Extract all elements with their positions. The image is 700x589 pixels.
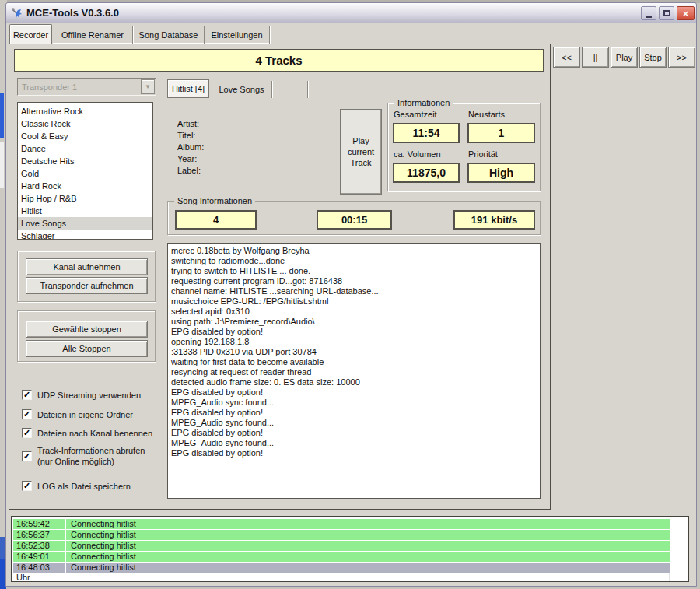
list-item[interactable]: Hip Hop / R&B <box>18 192 152 205</box>
table-row-selected[interactable]: 16:48:03 Uhr Connecting hitlist <box>13 563 688 573</box>
list-item[interactable]: Gold <box>18 167 152 180</box>
prioritaet-label: Priorität <box>468 149 498 159</box>
udp-streaming-label: UDP Streaming verwenden <box>37 391 141 400</box>
tab-label: Offline Renamer <box>61 30 124 40</box>
list-item[interactable]: Alternative Rock <box>18 105 152 117</box>
transponder-value: Transponder 1 <box>18 82 141 92</box>
chevron-down-icon: ▼ <box>141 79 155 94</box>
neustarts-value: 1 <box>467 123 535 143</box>
background-fragment <box>0 537 5 559</box>
list-item[interactable]: Dance <box>18 142 152 155</box>
status-message: Connecting hitlist <box>66 519 670 529</box>
track-info-label: Track-Informationen abrufen <box>37 446 145 455</box>
track-count-banner: 4 Tracks <box>14 49 544 72</box>
play-button[interactable]: Play <box>611 47 638 68</box>
volumen-label: ca. Volumen <box>394 149 441 159</box>
track-info-checkbox[interactable]: ✓ <box>22 451 32 461</box>
minimize-button[interactable] <box>641 6 656 20</box>
name-by-channel-checkbox[interactable]: ✓ <box>22 428 32 438</box>
stop-selected-button[interactable]: Gewählte stoppen <box>26 321 148 338</box>
minimize-icon <box>646 16 652 18</box>
list-item[interactable]: Classic Rock <box>18 117 152 130</box>
prioritaet-value: High <box>467 163 535 183</box>
neustarts-label: Neustarts <box>468 110 505 119</box>
previous-track-button[interactable]: << <box>553 47 580 68</box>
background-fragment <box>0 142 4 188</box>
check-icon: ✓ <box>23 451 30 461</box>
log-to-file-checkbox[interactable]: ✓ <box>22 481 32 491</box>
status-time: 16:59:42 Uhr <box>13 519 65 529</box>
table-row[interactable]: 16:52:38 Uhr Connecting hitlist <box>13 541 688 551</box>
recorder-log-output[interactable]: mcrec 0.18beta by Wolfgang Breyha switch… <box>167 243 541 499</box>
stop-button[interactable]: Stop <box>639 47 667 68</box>
year-label: Year: <box>177 154 197 163</box>
genre-listbox[interactable]: Alternative Rock Classic Rock Cool & Eas… <box>17 102 153 240</box>
channel-tab-love-songs[interactable]: Love Songs <box>212 81 272 98</box>
artist-label: Artist: <box>177 119 199 128</box>
list-item[interactable]: Deutsche Hits <box>18 155 152 167</box>
maximize-button[interactable] <box>659 6 674 20</box>
record-transponder-button[interactable]: Transponder aufnehmen <box>26 277 148 294</box>
status-message: Connecting hitlist <box>66 552 670 562</box>
next-track-button[interactable]: >> <box>668 47 695 68</box>
channel-tab-hitlist[interactable]: Hitlist [4] <box>167 79 209 98</box>
microphone-app-icon <box>11 7 23 19</box>
label-label: Label: <box>177 166 201 175</box>
play-current-track-button[interactable]: Play current Track <box>340 109 382 195</box>
player-controls: << || Play Stop >> <box>553 47 695 68</box>
window-title: MCE-Tools V0.3.6.0 <box>26 7 119 19</box>
group-legend: Song Informationen <box>174 196 255 205</box>
gesamtzeit-value: 11:54 <box>393 123 460 143</box>
table-row[interactable]: 16:49:01 Uhr Connecting hitlist <box>13 552 688 562</box>
table-row-empty <box>13 573 688 582</box>
song-track-number: 4 <box>175 210 257 230</box>
status-time: 16:56:37 Uhr <box>13 530 65 540</box>
pause-button[interactable]: || <box>582 47 609 68</box>
list-item[interactable]: Schlager <box>18 230 152 240</box>
status-time: 16:48:03 Uhr <box>13 563 65 573</box>
table-row[interactable]: 16:56:37 Uhr Connecting hitlist <box>13 530 688 540</box>
check-icon: ✓ <box>23 481 30 491</box>
status-time: 16:49:01 Uhr <box>13 552 65 562</box>
check-icon: ✓ <box>23 390 30 400</box>
connection-status-list[interactable]: 16:59:42 Uhr Connecting hitlist 16:56:37… <box>11 516 689 582</box>
status-message: Connecting hitlist <box>66 563 670 573</box>
own-folder-label: Dateien in eigene Ordner <box>37 410 133 419</box>
tab-song-database[interactable]: Song Database <box>133 26 205 44</box>
name-by-channel-label: Dateien nach Kanal benennen <box>37 429 152 438</box>
check-icon: ✓ <box>23 409 30 419</box>
song-elapsed-time: 00:15 <box>317 210 392 230</box>
song-bitrate: 191 kbit/s <box>453 210 535 230</box>
stop-all-button[interactable]: Alle Stoppen <box>26 340 148 357</box>
tab-offline-renamer[interactable]: Offline Renamer <box>53 26 133 44</box>
list-item[interactable]: Hard Rock <box>18 180 152 192</box>
maximize-icon <box>663 10 670 16</box>
close-button[interactable]: × <box>677 6 695 20</box>
channel-tab-divider <box>307 81 308 98</box>
volumen-value: 11875,0 <box>393 163 460 183</box>
album-label: Album: <box>177 142 204 152</box>
channel-tab-label: Love Songs <box>219 85 264 94</box>
title-bar[interactable]: MCE-Tools V0.3.6.0 <box>6 3 696 23</box>
list-item[interactable]: Hitlist <box>18 205 152 217</box>
list-item[interactable]: Cool & Easy <box>18 130 152 142</box>
track-info-label-line2: (nur Online möglich) <box>37 457 114 466</box>
tab-label: Recorder <box>13 30 48 40</box>
status-time: 16:52:38 Uhr <box>13 541 65 551</box>
background-fragment <box>0 93 4 138</box>
status-message: Connecting hitlist <box>66 530 670 540</box>
titel-label: Titel: <box>177 131 195 140</box>
gesamtzeit-label: Gesamtzeit <box>394 110 437 119</box>
log-to-file-label: LOG als Datei speichern <box>37 482 131 491</box>
own-folder-checkbox[interactable]: ✓ <box>22 409 32 419</box>
list-item-selected[interactable]: Love Songs <box>18 217 152 230</box>
tab-recorder[interactable]: Recorder <box>9 24 52 44</box>
udp-streaming-checkbox[interactable]: ✓ <box>22 390 32 400</box>
channel-tab-label: Hitlist [4] <box>172 84 205 93</box>
table-row[interactable]: 16:59:42 Uhr Connecting hitlist <box>13 519 688 529</box>
tab-einstellungen[interactable]: Einstellungen <box>205 26 270 44</box>
record-channel-button[interactable]: Kanal aufnehmen <box>26 258 148 275</box>
group-legend: Informationen <box>394 98 453 107</box>
transponder-select[interactable]: Transponder 1 ▼ <box>17 78 156 96</box>
close-icon: × <box>683 8 689 19</box>
